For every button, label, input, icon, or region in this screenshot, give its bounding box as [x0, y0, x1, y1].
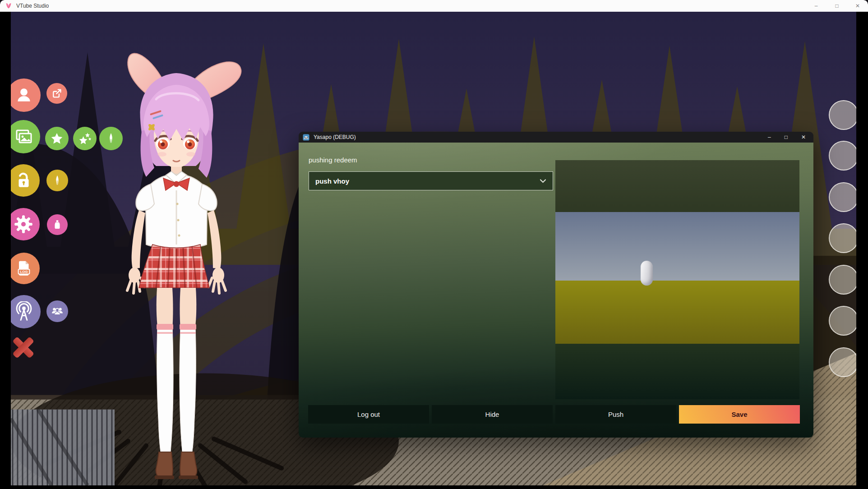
close-button[interactable]: ✕ — [847, 0, 868, 12]
dialog-minimize-button[interactable]: – — [768, 134, 771, 140]
vtube-studio-logo-icon — [5, 2, 12, 9]
viewport-sky — [555, 212, 799, 281]
maximize-button[interactable]: □ — [826, 0, 847, 12]
people-icon — [51, 304, 64, 318]
hotkey-slot-button-5[interactable] — [829, 265, 856, 295]
hide-button[interactable]: Hide — [432, 405, 553, 424]
viewport-letterbox-top — [555, 160, 799, 212]
antenna-icon — [14, 301, 34, 322]
redeem-select-value: push vhoy — [315, 177, 349, 185]
gear-icon — [14, 214, 33, 234]
dialog-button-row: Log out Hide Push Save — [308, 405, 800, 424]
dialog-window-controls: – □ ✕ — [768, 134, 809, 140]
logout-button[interactable]: Log out — [308, 405, 429, 424]
gallery-icon — [14, 127, 33, 147]
preview-viewport[interactable] — [555, 160, 799, 399]
hotkey-slot-button-2[interactable] — [829, 141, 856, 171]
dialog-maximize-button[interactable]: □ — [785, 134, 788, 140]
hotkey-slot-button-3[interactable] — [829, 182, 856, 212]
share-icon — [51, 87, 63, 100]
log-badge-label: LOG — [20, 270, 28, 274]
stage: LOG — [0, 12, 868, 489]
dialog-titlebar[interactable]: Yasapo (DEBUG) – □ ✕ — [299, 132, 813, 143]
chevron-down-icon — [540, 179, 546, 183]
os-titlebar: VTube Studio – □ ✕ — [0, 0, 868, 12]
person-icon — [14, 86, 33, 105]
window-controls: – □ ✕ — [806, 0, 868, 12]
pen-icon — [51, 174, 64, 187]
yasapo-dialog: Yasapo (DEBUG) – □ ✕ pushing redeem push… — [299, 132, 813, 438]
hotkey-slot-button-6[interactable] — [829, 306, 856, 336]
dialog-app-icon — [303, 134, 309, 141]
window-title: VTube Studio — [16, 3, 49, 9]
vtube-studio-window: VTube Studio – □ ✕ — [0, 0, 868, 489]
dialog-close-button[interactable]: ✕ — [801, 134, 806, 140]
save-button[interactable]: Save — [679, 405, 800, 424]
viewport-ground — [555, 281, 799, 344]
favorite-button[interactable] — [45, 127, 69, 150]
calibrate-button[interactable] — [46, 170, 68, 191]
effects-button[interactable] — [73, 127, 97, 150]
bottle-icon — [51, 219, 63, 231]
push-button[interactable]: Push — [555, 405, 676, 424]
close-model-button[interactable] — [11, 335, 36, 360]
hotkey-slot-button-7[interactable] — [829, 347, 856, 377]
multiplayer-button[interactable] — [46, 300, 68, 322]
avatar-model[interactable] — [88, 41, 264, 485]
capsule-3d-object — [641, 261, 653, 286]
marker-button[interactable] — [99, 127, 123, 150]
hotkey-slot-button-4[interactable] — [829, 223, 856, 253]
viewport-letterbox-bottom — [555, 344, 799, 399]
hotkey-slot-button-1[interactable] — [829, 100, 856, 130]
dialog-title: Yasapo (DEBUG) — [314, 134, 356, 140]
log-file-icon: LOG — [14, 259, 33, 278]
unlock-icon — [14, 171, 33, 190]
stars-icon — [77, 131, 92, 146]
redeem-label: pushing redeem — [309, 156, 357, 164]
dialog-body: pushing redeem push vhoy Log out Hi — [299, 143, 813, 438]
redeem-select[interactable]: push vhoy — [309, 171, 553, 190]
star-icon — [50, 131, 64, 146]
minimize-button[interactable]: – — [806, 0, 826, 12]
items-button[interactable] — [47, 214, 68, 235]
share-button[interactable] — [46, 83, 67, 104]
pin-icon — [104, 132, 118, 145]
